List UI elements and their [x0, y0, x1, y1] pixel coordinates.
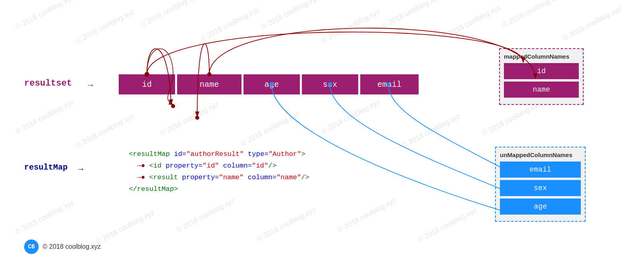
xml-line-3: →● <result property="name" column="name"… [129, 172, 310, 184]
watermark-17: © 2018 coolblog.xyz [481, 100, 543, 138]
footer-text: © 2018 coolblog.xyz [43, 243, 101, 250]
watermark-16: © 2018 coolblog.xyz [400, 112, 462, 150]
xml-line-2: →● <id property="id" column="id"/> [129, 160, 310, 172]
watermark-4: © 2018 coolblog.xyz [199, 5, 261, 43]
arrows-svg [0, 0, 644, 262]
mapped-panel-title: mappedColumnNames [504, 53, 579, 60]
unmapped-panel-title: unMappedColumnNames [500, 151, 581, 158]
unmapped-item-sex: sex [500, 180, 581, 196]
unmapped-item-email: email [500, 162, 581, 178]
footer-badge: CB [24, 239, 39, 254]
resultset-label: resultset [24, 78, 72, 88]
col-age: age [244, 74, 300, 94]
watermark-7: © 2018 coolblog.xyz [380, 0, 442, 31]
watermark-23: © 2018 coolblog.xyz [417, 206, 478, 244]
watermark-20: © 2018 coolblog.xyz [175, 196, 237, 234]
mapped-column-names-panel: mappedColumnNames id name [499, 48, 584, 105]
unmapped-column-names-panel: unMappedColumnNames email sex age [495, 147, 586, 222]
watermark-6: © 2018 coolblog.xyz [320, 7, 382, 45]
col-sex: sex [302, 74, 358, 94]
watermark-19: © 2018 coolblog.xyz [95, 208, 156, 246]
resultmap-label: resultMap [24, 163, 68, 172]
watermark-1: © 2018 coolblog.xyz [14, 0, 76, 31]
unmapped-item-age: age [500, 199, 581, 215]
watermark-11: © 2018 coolblog.xyz [14, 98, 76, 136]
col-name: name [177, 74, 242, 94]
watermark-5: © 2018 coolblog.xyz [260, 0, 321, 31]
watermark-15: © 2018 coolblog.xyz [320, 98, 382, 136]
resultmap-arrow: → [78, 165, 83, 174]
xml-line-1: <resultMap id="authorResult" type="Autho… [129, 149, 310, 160]
watermark-13: © 2018 coolblog.xyz [159, 100, 221, 138]
watermark-3: © 2018 coolblog.xyz [139, 0, 200, 29]
watermark-21: © 2018 coolblog.xyz [256, 205, 317, 244]
col-email: email [360, 74, 419, 94]
watermark-8: © 2018 coolblog.xyz [441, 3, 502, 41]
watermark-22: © 2018 coolblog.xyz [336, 196, 398, 234]
svg-point-11 [195, 116, 199, 120]
col-id: id [119, 74, 175, 94]
watermark-14: © 2018 coolblog.xyz [239, 110, 301, 148]
resultset-arrow: → [88, 80, 93, 90]
xml-code-block: <resultMap id="authorResult" type="Autho… [129, 149, 310, 195]
watermark-12: © 2018 coolblog.xyz [74, 112, 136, 150]
watermark-9: © 2018 coolblog.xyz [501, 0, 563, 29]
watermark-10: © 2018 coolblog.xyz [561, 4, 623, 43]
watermark-18: © 2018 coolblog.xyz [14, 198, 76, 236]
mapped-item-id: id [504, 63, 579, 79]
xml-line-4: </resultMap> [129, 184, 310, 195]
mapped-item-name: name [504, 82, 579, 98]
svg-point-10 [171, 104, 175, 108]
watermark-2: © 2018 coolblog.xyz [74, 7, 136, 45]
footer: CB © 2018 coolblog.xyz [24, 239, 101, 254]
